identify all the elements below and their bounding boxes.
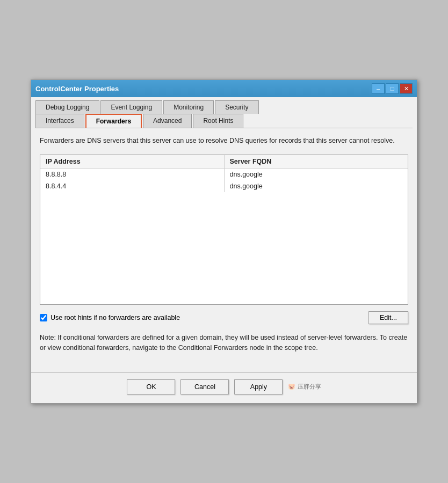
tab-monitoring[interactable]: Monitoring — [163, 100, 214, 114]
tab-root-hints[interactable]: Root Hints — [193, 114, 243, 128]
close-button[interactable]: ✕ — [400, 83, 413, 94]
cell-ip: 8.8.8.8 — [40, 169, 224, 181]
ok-button[interactable]: OK — [127, 379, 175, 394]
tab-forwarders[interactable]: Forwarders — [85, 114, 142, 128]
apply-button[interactable]: Apply — [234, 379, 283, 394]
tab-advanced[interactable]: Advanced — [143, 114, 192, 128]
tab-event-logging[interactable]: Event Logging — [100, 100, 162, 114]
table-row[interactable]: 8.8.4.4dns.google — [40, 180, 408, 192]
root-hints-label[interactable]: Use root hints if no forwarders are avai… — [40, 314, 180, 321]
table-row[interactable]: 8.8.8.8dns.google — [40, 169, 408, 181]
content-area: Forwarders are DNS servers that this ser… — [31, 128, 417, 372]
cell-ip: 8.8.4.4 — [40, 180, 224, 192]
tab-debug-logging[interactable]: Debug Logging — [35, 100, 99, 114]
note-text: Note: If conditional forwarders are defi… — [40, 333, 408, 354]
forwarders-table-container: IP Address Server FQDN 8.8.8.8dns.google… — [40, 155, 408, 305]
title-bar-controls: – □ ✕ — [372, 83, 413, 94]
minimize-button[interactable]: – — [372, 83, 385, 94]
restore-button[interactable]: □ — [386, 83, 399, 94]
forwarders-table: IP Address Server FQDN 8.8.8.8dns.google… — [40, 155, 408, 192]
window-title: ControlCenter Properties — [35, 85, 119, 93]
button-bar: OK Cancel Apply 🐷 压胖分享 — [31, 372, 417, 403]
watermark: 🐷 压胖分享 — [288, 379, 321, 394]
col-header-ip: IP Address — [40, 155, 224, 169]
description-text: Forwarders are DNS servers that this ser… — [40, 136, 408, 146]
checkbox-row: Use root hints if no forwarders are avai… — [40, 311, 408, 324]
tab-row-1: Debug Logging Event Logging Monitoring S… — [35, 100, 413, 114]
tabs-container: Debug Logging Event Logging Monitoring S… — [31, 97, 417, 128]
edit-button[interactable]: Edit... — [368, 311, 408, 324]
cancel-button[interactable]: Cancel — [180, 379, 229, 394]
col-header-fqdn: Server FQDN — [224, 155, 408, 169]
tab-security[interactable]: Security — [215, 100, 258, 114]
dialog-window: ControlCenter Properties – □ ✕ Debug Log… — [31, 79, 417, 404]
tab-row-2: Interfaces Forwarders Advanced Root Hint… — [35, 114, 413, 128]
title-bar: ControlCenter Properties – □ ✕ — [31, 80, 417, 97]
tab-interfaces[interactable]: Interfaces — [35, 114, 84, 128]
cell-fqdn: dns.google — [224, 180, 408, 192]
root-hints-text: Use root hints if no forwarders are avai… — [50, 314, 180, 321]
cell-fqdn: dns.google — [224, 169, 408, 181]
root-hints-checkbox[interactable] — [40, 314, 47, 321]
